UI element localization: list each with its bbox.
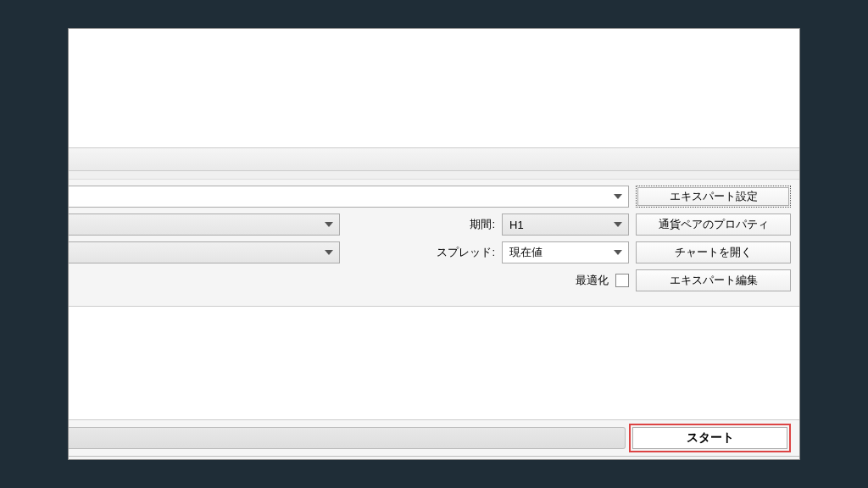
- spread-label: スプレッド:: [437, 245, 495, 260]
- upper-blank-area: [69, 29, 799, 147]
- spread-dropdown-value: 現在値: [509, 245, 542, 260]
- row-expert: エキスパート設定: [69, 186, 791, 208]
- expert-settings-button[interactable]: エキスパート設定: [636, 186, 791, 208]
- chevron-down-icon: [611, 194, 625, 199]
- start-row: スタート: [69, 420, 799, 456]
- symbol-dropdown[interactable]: [69, 214, 340, 236]
- strategy-tester-window: エキスパート設定 期間: H1 通貨ペアのプロパティ: [68, 28, 800, 460]
- period-label: 期間:: [470, 217, 495, 232]
- progress-bar: [69, 427, 626, 449]
- optimize-label: 最適化: [576, 273, 609, 288]
- expert-dropdown[interactable]: [69, 186, 629, 208]
- open-chart-button[interactable]: チャートを開く: [636, 241, 791, 263]
- section-divider: [69, 147, 799, 171]
- row-period: 期間: H1 通貨ペアのプロパティ: [69, 214, 791, 236]
- start-button[interactable]: スタート: [632, 427, 787, 449]
- button-label: 通貨ペアのプロパティ: [659, 217, 769, 232]
- row-spread: スプレッド: 現在値 チャートを開く: [69, 241, 791, 263]
- bottom-rule: [69, 456, 799, 459]
- optimize-checkbox[interactable]: [615, 274, 629, 287]
- symbol-properties-button[interactable]: 通貨ペアのプロパティ: [636, 214, 791, 236]
- chevron-down-icon: [322, 222, 336, 227]
- bottom-bar: スタート: [69, 419, 799, 459]
- spread-dropdown[interactable]: 現在値: [502, 241, 629, 263]
- button-label: エキスパート編集: [670, 273, 758, 288]
- settings-form: エキスパート設定 期間: H1 通貨ペアのプロパティ: [69, 180, 799, 307]
- expert-edit-button[interactable]: エキスパート編集: [636, 269, 791, 291]
- period-dropdown[interactable]: H1: [502, 214, 629, 236]
- chevron-down-icon: [611, 250, 625, 255]
- button-label: エキスパート設定: [670, 189, 758, 204]
- period-dropdown-value: H1: [509, 219, 524, 231]
- button-label: チャートを開く: [675, 245, 752, 260]
- button-label: スタート: [687, 430, 734, 446]
- row-optimize: 最適化 エキスパート編集: [69, 269, 791, 291]
- chevron-down-icon: [611, 222, 625, 227]
- model-dropdown[interactable]: [69, 241, 340, 263]
- section-divider-thin: [69, 171, 799, 180]
- chevron-down-icon: [322, 250, 336, 255]
